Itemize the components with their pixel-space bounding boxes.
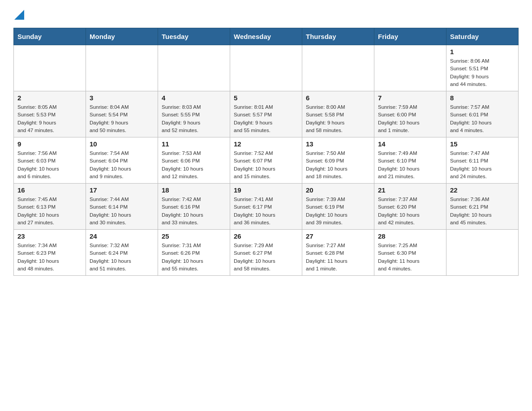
day-of-week-header: Thursday [302,28,374,45]
calendar-cell: 20Sunrise: 7:39 AM Sunset: 6:19 PM Dayli… [302,184,374,230]
logo-triangle-icon [14,10,24,20]
day-number: 28 [378,232,442,240]
day-info: Sunrise: 7:57 AM Sunset: 6:01 PM Dayligh… [450,103,515,134]
calendar-cell: 24Sunrise: 7:32 AM Sunset: 6:24 PM Dayli… [86,230,158,276]
day-info: Sunrise: 7:29 AM Sunset: 6:27 PM Dayligh… [234,242,298,273]
calendar-cell: 19Sunrise: 7:41 AM Sunset: 6:17 PM Dayli… [230,184,302,230]
day-info: Sunrise: 8:04 AM Sunset: 5:54 PM Dayligh… [90,103,154,134]
day-number: 9 [17,140,82,148]
day-number: 17 [90,186,154,194]
calendar-cell [14,45,86,91]
day-of-week-header: Saturday [446,28,519,45]
day-number: 12 [234,140,298,148]
day-number: 16 [17,186,82,194]
calendar-cell: 11Sunrise: 7:53 AM Sunset: 6:06 PM Dayli… [158,137,230,184]
day-number: 7 [378,94,442,102]
day-info: Sunrise: 7:27 AM Sunset: 6:28 PM Dayligh… [306,242,370,273]
day-number: 22 [450,186,515,194]
logo [13,9,24,20]
day-info: Sunrise: 8:05 AM Sunset: 5:53 PM Dayligh… [17,103,82,134]
day-info: Sunrise: 7:59 AM Sunset: 6:00 PM Dayligh… [378,103,442,134]
calendar-cell: 5Sunrise: 8:01 AM Sunset: 5:57 PM Daylig… [230,91,302,137]
calendar-cell: 15Sunrise: 7:47 AM Sunset: 6:11 PM Dayli… [446,137,519,184]
day-info: Sunrise: 7:34 AM Sunset: 6:23 PM Dayligh… [17,242,82,273]
day-info: Sunrise: 7:56 AM Sunset: 6:03 PM Dayligh… [17,150,82,180]
day-info: Sunrise: 8:00 AM Sunset: 5:58 PM Dayligh… [306,103,370,134]
day-info: Sunrise: 7:41 AM Sunset: 6:17 PM Dayligh… [234,196,298,227]
calendar-cell: 22Sunrise: 7:36 AM Sunset: 6:21 PM Dayli… [446,184,519,230]
day-number: 20 [306,186,370,194]
calendar-cell: 13Sunrise: 7:50 AM Sunset: 6:09 PM Dayli… [302,137,374,184]
day-of-week-header: Tuesday [158,28,230,45]
page-header [13,9,519,20]
calendar-cell: 2Sunrise: 8:05 AM Sunset: 5:53 PM Daylig… [14,91,86,137]
calendar-table: SundayMondayTuesdayWednesdayThursdayFrid… [13,28,519,276]
svg-marker-0 [14,10,24,20]
calendar-cell [374,45,446,91]
day-number: 6 [306,94,370,102]
day-number: 1 [450,48,515,56]
day-number: 14 [378,140,442,148]
day-info: Sunrise: 7:49 AM Sunset: 6:10 PM Dayligh… [378,150,442,180]
calendar-cell: 9Sunrise: 7:56 AM Sunset: 6:03 PM Daylig… [14,137,86,184]
calendar-cell: 27Sunrise: 7:27 AM Sunset: 6:28 PM Dayli… [302,230,374,276]
day-of-week-header: Friday [374,28,446,45]
day-of-week-header: Monday [86,28,158,45]
calendar-cell: 26Sunrise: 7:29 AM Sunset: 6:27 PM Dayli… [230,230,302,276]
day-number: 25 [162,232,226,240]
day-number: 23 [17,232,82,240]
calendar-week-row: 1Sunrise: 8:06 AM Sunset: 5:51 PM Daylig… [14,45,519,91]
day-info: Sunrise: 7:32 AM Sunset: 6:24 PM Dayligh… [90,242,154,273]
calendar-week-row: 23Sunrise: 7:34 AM Sunset: 6:23 PM Dayli… [14,230,519,276]
calendar-cell [446,230,519,276]
day-info: Sunrise: 8:06 AM Sunset: 5:51 PM Dayligh… [450,57,515,88]
day-number: 27 [306,232,370,240]
day-info: Sunrise: 7:42 AM Sunset: 6:16 PM Dayligh… [162,196,226,227]
calendar-cell: 8Sunrise: 7:57 AM Sunset: 6:01 PM Daylig… [446,91,519,137]
day-info: Sunrise: 7:25 AM Sunset: 6:30 PM Dayligh… [378,242,442,273]
calendar-cell: 14Sunrise: 7:49 AM Sunset: 6:10 PM Dayli… [374,137,446,184]
calendar-cell: 25Sunrise: 7:31 AM Sunset: 6:26 PM Dayli… [158,230,230,276]
calendar-week-row: 9Sunrise: 7:56 AM Sunset: 6:03 PM Daylig… [14,137,519,184]
day-of-week-header: Sunday [14,28,86,45]
day-info: Sunrise: 7:54 AM Sunset: 6:04 PM Dayligh… [90,150,154,180]
day-info: Sunrise: 7:39 AM Sunset: 6:19 PM Dayligh… [306,196,370,227]
calendar-cell: 10Sunrise: 7:54 AM Sunset: 6:04 PM Dayli… [86,137,158,184]
day-number: 2 [17,94,82,102]
day-of-week-header: Wednesday [230,28,302,45]
day-number: 5 [234,94,298,102]
day-info: Sunrise: 8:03 AM Sunset: 5:55 PM Dayligh… [162,103,226,134]
calendar-cell: 23Sunrise: 7:34 AM Sunset: 6:23 PM Dayli… [14,230,86,276]
day-number: 15 [450,140,515,148]
day-number: 8 [450,94,515,102]
day-number: 18 [162,186,226,194]
calendar-cell: 17Sunrise: 7:44 AM Sunset: 6:14 PM Dayli… [86,184,158,230]
day-info: Sunrise: 7:52 AM Sunset: 6:07 PM Dayligh… [234,150,298,180]
day-number: 10 [90,140,154,148]
calendar-cell: 28Sunrise: 7:25 AM Sunset: 6:30 PM Dayli… [374,230,446,276]
day-number: 4 [162,94,226,102]
calendar-cell: 18Sunrise: 7:42 AM Sunset: 6:16 PM Dayli… [158,184,230,230]
calendar-cell: 3Sunrise: 8:04 AM Sunset: 5:54 PM Daylig… [86,91,158,137]
calendar-cell [230,45,302,91]
calendar-cell: 12Sunrise: 7:52 AM Sunset: 6:07 PM Dayli… [230,137,302,184]
calendar-cell [158,45,230,91]
day-info: Sunrise: 7:44 AM Sunset: 6:14 PM Dayligh… [90,196,154,227]
day-info: Sunrise: 7:31 AM Sunset: 6:26 PM Dayligh… [162,242,226,273]
calendar-header-row: SundayMondayTuesdayWednesdayThursdayFrid… [14,28,519,45]
day-number: 26 [234,232,298,240]
day-info: Sunrise: 7:45 AM Sunset: 6:13 PM Dayligh… [17,196,82,227]
day-number: 11 [162,140,226,148]
day-number: 19 [234,186,298,194]
calendar-cell: 21Sunrise: 7:37 AM Sunset: 6:20 PM Dayli… [374,184,446,230]
calendar-cell: 7Sunrise: 7:59 AM Sunset: 6:00 PM Daylig… [374,91,446,137]
calendar-week-row: 16Sunrise: 7:45 AM Sunset: 6:13 PM Dayli… [14,184,519,230]
calendar-cell: 16Sunrise: 7:45 AM Sunset: 6:13 PM Dayli… [14,184,86,230]
calendar-cell: 4Sunrise: 8:03 AM Sunset: 5:55 PM Daylig… [158,91,230,137]
calendar-cell [86,45,158,91]
day-info: Sunrise: 7:36 AM Sunset: 6:21 PM Dayligh… [450,196,515,227]
day-number: 21 [378,186,442,194]
calendar-week-row: 2Sunrise: 8:05 AM Sunset: 5:53 PM Daylig… [14,91,519,137]
calendar-cell: 6Sunrise: 8:00 AM Sunset: 5:58 PM Daylig… [302,91,374,137]
day-info: Sunrise: 7:37 AM Sunset: 6:20 PM Dayligh… [378,196,442,227]
